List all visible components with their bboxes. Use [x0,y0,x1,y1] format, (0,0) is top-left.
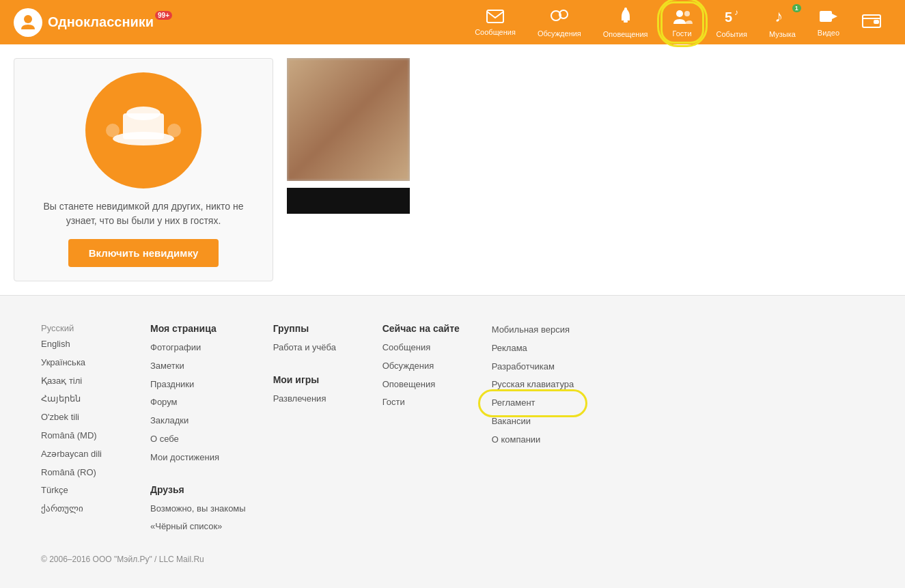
notifications-icon [617,7,634,29]
lang-turkish[interactable]: Türkçe [41,484,123,498]
footer-link-photos[interactable]: Фотографии [150,341,246,355]
invisibility-description: Вы станете невидимкой для других, никто … [28,199,259,228]
discussions-label: Обсуждения [538,29,581,38]
lang-armenian[interactable]: Հայերեն [41,392,123,406]
svg-rect-11 [820,11,832,22]
svg-point-0 [24,15,32,23]
footer-link-maybe-know[interactable]: Возможно, вы знакомы [150,502,246,516]
svg-point-5 [624,8,627,10]
footer-now-messages[interactable]: Сообщения [382,341,464,355]
profile-name-bar [287,188,410,214]
main-nav: Сообщения Обсуждения Оповещения [465,1,891,44]
nav-item-video[interactable]: Видео [808,4,849,41]
reglament-container: Регламент [492,396,574,410]
footer-link-achievements[interactable]: Мои достижения [150,451,246,465]
svg-rect-4 [624,20,628,23]
nav-item-discussions[interactable]: Обсуждения [528,3,591,42]
footer-link-work-study[interactable]: Работа и учёба [273,341,355,355]
profile-preview-panel [287,58,891,281]
footer-link-company[interactable]: О компании [492,433,574,447]
logo[interactable]: Одноклассники 99+ [14,8,172,37]
discussions-icon [549,8,570,28]
lang-current: Русский [41,323,123,333]
footer-columns: Русский English Українська Қазақ тілі Հա… [41,323,864,534]
footer-link-vacancies[interactable]: Вакансии [492,415,574,429]
svg-rect-14 [874,20,879,24]
footer-link-bookmarks[interactable]: Закладки [150,414,246,428]
footer-link-reglament[interactable]: Регламент [492,397,535,408]
footer-now-notifications[interactable]: Оповещения [382,378,464,392]
footer-link-entertainment[interactable]: Развлечения [273,392,355,406]
svg-point-19 [106,124,120,137]
footer-languages: Русский English Українська Қазақ тілі Հա… [41,323,123,534]
lang-romanian-ro[interactable]: Română (RO) [41,466,123,480]
lang-kazakh[interactable]: Қазақ тілі [41,374,123,389]
footer-groups-title: Группы [273,323,355,334]
video-icon [818,8,839,27]
footer-link-about[interactable]: О себе [150,432,246,447]
nav-item-events[interactable]: 5 ♪ События [707,3,757,42]
logo-badge: 99+ [155,11,172,20]
footer-copyright: © 2006–2016 ООО "Мэйл.Ру" / LLC Mail.Ru [41,555,864,564]
invisibility-button[interactable]: Включить невидимку [68,239,219,267]
logo-text: Одноклассники [48,14,154,30]
notifications-label: Оповещения [603,30,648,38]
invisibility-panel: Вы станете невидимкой для других, никто … [14,58,273,281]
music-label: Музыка [769,30,796,38]
footer-my-page-title: Моя страница [150,323,246,334]
svg-point-18 [126,107,161,120]
music-badge: 1 [792,4,801,12]
svg-point-7 [684,11,690,16]
svg-text:♪: ♪ [734,8,738,17]
lang-romanian-md[interactable]: Română (MD) [41,429,123,443]
lang-uzbek[interactable]: O'zbek tili [41,410,123,425]
lang-ukrainian[interactable]: Українська [41,356,123,370]
profile-photo [287,58,410,181]
nav-item-music[interactable]: 1 ♪ Музыка [760,3,805,42]
nav-item-notifications[interactable]: Оповещения [594,3,658,42]
header: Одноклассники 99+ Сообщения Обсуждения [0,0,905,44]
footer-misc: Мобильная версия Реклама Разработчикам Р… [492,323,574,534]
events-icon: 5 ♪ [722,7,741,29]
footer-now-guests[interactable]: Гости [382,395,464,410]
video-label: Видео [818,29,839,37]
footer-now-discussions[interactable]: Обсуждения [382,359,464,374]
lang-english[interactable]: English [41,337,123,352]
footer-games-title: Мои игры [273,374,355,385]
footer-groups: Группы Работа и учёба Мои игры Развлечен… [273,323,355,534]
footer-link-blacklist[interactable]: «Чёрный список» [150,520,246,534]
footer-now: Сейчас на сайте Сообщения Обсуждения Опо… [382,323,464,534]
messages-icon [486,9,505,27]
nav-item-guests[interactable]: Гости [660,1,704,44]
svg-point-6 [676,10,683,17]
svg-marker-12 [832,14,837,19]
footer-link-keyboard[interactable]: Русская клавиатура [492,378,574,392]
footer-my-page: Моя страница Фотографии Заметки Праздник… [150,323,246,534]
footer-link-ads[interactable]: Реклама [492,341,574,356]
avatar-icon [102,89,184,171]
lang-azerbaijani[interactable]: Azərbaycan dili [41,447,123,462]
guests-icon [672,8,693,28]
footer-link-developers[interactable]: Разработчикам [492,360,574,374]
svg-text:♪: ♪ [775,7,783,25]
footer-link-mobile[interactable]: Мобильная версия [492,323,574,337]
messages-label: Сообщения [475,28,516,36]
lang-georgian[interactable]: ქართული [41,502,123,516]
wallet-icon [861,12,882,33]
avatar-container [85,72,201,188]
svg-rect-1 [487,10,503,23]
profile-photo-blur [287,58,410,181]
footer-friends-title: Друзья [150,484,246,495]
music-icon: ♪ [773,7,791,29]
footer-link-forum[interactable]: Форум [150,395,246,410]
nav-item-messages[interactable]: Сообщения [465,5,525,40]
footer-link-holidays[interactable]: Праздники [150,378,246,392]
nav-item-wallet[interactable] [852,8,891,37]
logo-icon [14,8,42,37]
guests-label: Гости [673,29,692,38]
main-content: Вы станете невидимкой для других, никто … [0,44,905,295]
footer-link-notes[interactable]: Заметки [150,359,246,374]
svg-point-20 [167,124,181,137]
footer: Русский English Українська Қазақ тілі Հա… [0,295,905,588]
footer-now-title: Сейчас на сайте [382,323,464,334]
